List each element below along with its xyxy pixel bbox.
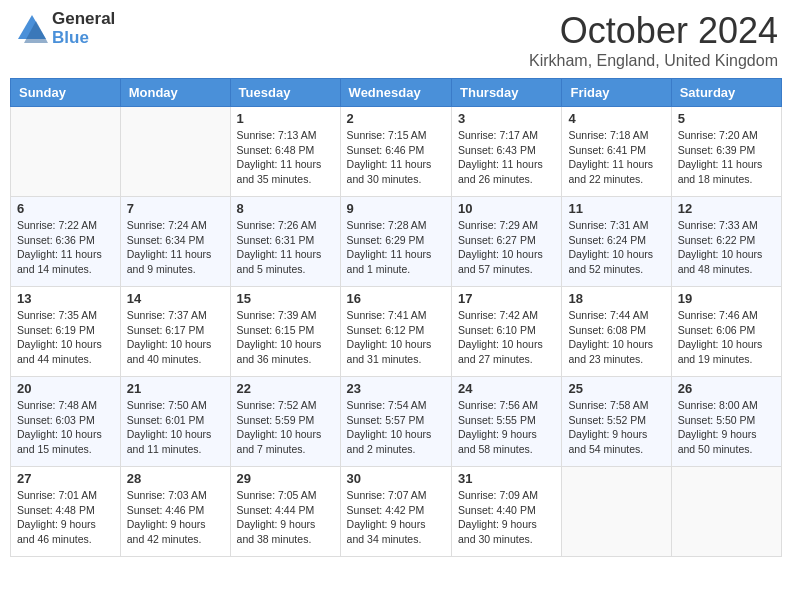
calendar-cell: 7Sunrise: 7:24 AMSunset: 6:34 PMDaylight…: [120, 197, 230, 287]
day-info: Sunrise: 7:33 AMSunset: 6:22 PMDaylight:…: [678, 218, 775, 277]
calendar-cell: 4Sunrise: 7:18 AMSunset: 6:41 PMDaylight…: [562, 107, 671, 197]
calendar-cell: 20Sunrise: 7:48 AMSunset: 6:03 PMDayligh…: [11, 377, 121, 467]
location: Kirkham, England, United Kingdom: [529, 52, 778, 70]
calendar-cell: 28Sunrise: 7:03 AMSunset: 4:46 PMDayligh…: [120, 467, 230, 557]
day-number: 26: [678, 381, 775, 396]
day-info: Sunrise: 7:54 AMSunset: 5:57 PMDaylight:…: [347, 398, 445, 457]
calendar-cell: [671, 467, 781, 557]
day-info: Sunrise: 7:46 AMSunset: 6:06 PMDaylight:…: [678, 308, 775, 367]
day-info: Sunrise: 7:09 AMSunset: 4:40 PMDaylight:…: [458, 488, 555, 547]
day-info: Sunrise: 7:37 AMSunset: 6:17 PMDaylight:…: [127, 308, 224, 367]
day-info: Sunrise: 7:44 AMSunset: 6:08 PMDaylight:…: [568, 308, 664, 367]
day-number: 30: [347, 471, 445, 486]
calendar-cell: 17Sunrise: 7:42 AMSunset: 6:10 PMDayligh…: [452, 287, 562, 377]
calendar-cell: 18Sunrise: 7:44 AMSunset: 6:08 PMDayligh…: [562, 287, 671, 377]
calendar-cell: 24Sunrise: 7:56 AMSunset: 5:55 PMDayligh…: [452, 377, 562, 467]
header-tuesday: Tuesday: [230, 79, 340, 107]
calendar-cell: 11Sunrise: 7:31 AMSunset: 6:24 PMDayligh…: [562, 197, 671, 287]
day-number: 4: [568, 111, 664, 126]
calendar-cell: 5Sunrise: 7:20 AMSunset: 6:39 PMDaylight…: [671, 107, 781, 197]
day-info: Sunrise: 8:00 AMSunset: 5:50 PMDaylight:…: [678, 398, 775, 457]
day-number: 23: [347, 381, 445, 396]
day-info: Sunrise: 7:50 AMSunset: 6:01 PMDaylight:…: [127, 398, 224, 457]
calendar-cell: 2Sunrise: 7:15 AMSunset: 6:46 PMDaylight…: [340, 107, 451, 197]
calendar-cell: 12Sunrise: 7:33 AMSunset: 6:22 PMDayligh…: [671, 197, 781, 287]
calendar-header-row: SundayMondayTuesdayWednesdayThursdayFrid…: [11, 79, 782, 107]
day-info: Sunrise: 7:17 AMSunset: 6:43 PMDaylight:…: [458, 128, 555, 187]
calendar-week-row: 1Sunrise: 7:13 AMSunset: 6:48 PMDaylight…: [11, 107, 782, 197]
day-number: 12: [678, 201, 775, 216]
day-number: 14: [127, 291, 224, 306]
logo: General Blue: [14, 10, 115, 47]
day-info: Sunrise: 7:26 AMSunset: 6:31 PMDaylight:…: [237, 218, 334, 277]
calendar-cell: 23Sunrise: 7:54 AMSunset: 5:57 PMDayligh…: [340, 377, 451, 467]
logo-icon: [14, 11, 50, 47]
calendar-cell: 10Sunrise: 7:29 AMSunset: 6:27 PMDayligh…: [452, 197, 562, 287]
calendar-week-row: 20Sunrise: 7:48 AMSunset: 6:03 PMDayligh…: [11, 377, 782, 467]
day-number: 10: [458, 201, 555, 216]
day-number: 5: [678, 111, 775, 126]
day-info: Sunrise: 7:52 AMSunset: 5:59 PMDaylight:…: [237, 398, 334, 457]
header-friday: Friday: [562, 79, 671, 107]
logo-general: General: [52, 10, 115, 29]
day-number: 27: [17, 471, 114, 486]
page-header: General Blue October 2024 Kirkham, Engla…: [10, 10, 782, 70]
day-info: Sunrise: 7:22 AMSunset: 6:36 PMDaylight:…: [17, 218, 114, 277]
day-number: 17: [458, 291, 555, 306]
day-number: 22: [237, 381, 334, 396]
day-number: 29: [237, 471, 334, 486]
calendar-cell: [562, 467, 671, 557]
header-thursday: Thursday: [452, 79, 562, 107]
day-number: 9: [347, 201, 445, 216]
calendar-table: SundayMondayTuesdayWednesdayThursdayFrid…: [10, 78, 782, 557]
day-number: 7: [127, 201, 224, 216]
calendar-cell: 15Sunrise: 7:39 AMSunset: 6:15 PMDayligh…: [230, 287, 340, 377]
day-info: Sunrise: 7:15 AMSunset: 6:46 PMDaylight:…: [347, 128, 445, 187]
calendar-cell: 22Sunrise: 7:52 AMSunset: 5:59 PMDayligh…: [230, 377, 340, 467]
calendar-cell: 26Sunrise: 8:00 AMSunset: 5:50 PMDayligh…: [671, 377, 781, 467]
day-info: Sunrise: 7:48 AMSunset: 6:03 PMDaylight:…: [17, 398, 114, 457]
header-monday: Monday: [120, 79, 230, 107]
day-info: Sunrise: 7:05 AMSunset: 4:44 PMDaylight:…: [237, 488, 334, 547]
day-info: Sunrise: 7:03 AMSunset: 4:46 PMDaylight:…: [127, 488, 224, 547]
day-number: 18: [568, 291, 664, 306]
day-info: Sunrise: 7:41 AMSunset: 6:12 PMDaylight:…: [347, 308, 445, 367]
header-wednesday: Wednesday: [340, 79, 451, 107]
day-number: 21: [127, 381, 224, 396]
calendar-cell: 14Sunrise: 7:37 AMSunset: 6:17 PMDayligh…: [120, 287, 230, 377]
calendar-cell: 6Sunrise: 7:22 AMSunset: 6:36 PMDaylight…: [11, 197, 121, 287]
day-info: Sunrise: 7:13 AMSunset: 6:48 PMDaylight:…: [237, 128, 334, 187]
day-info: Sunrise: 7:01 AMSunset: 4:48 PMDaylight:…: [17, 488, 114, 547]
calendar-week-row: 27Sunrise: 7:01 AMSunset: 4:48 PMDayligh…: [11, 467, 782, 557]
day-number: 11: [568, 201, 664, 216]
calendar-cell: 1Sunrise: 7:13 AMSunset: 6:48 PMDaylight…: [230, 107, 340, 197]
calendar-cell: [11, 107, 121, 197]
day-number: 31: [458, 471, 555, 486]
day-info: Sunrise: 7:39 AMSunset: 6:15 PMDaylight:…: [237, 308, 334, 367]
day-number: 24: [458, 381, 555, 396]
calendar-cell: 30Sunrise: 7:07 AMSunset: 4:42 PMDayligh…: [340, 467, 451, 557]
day-info: Sunrise: 7:42 AMSunset: 6:10 PMDaylight:…: [458, 308, 555, 367]
calendar-cell: 25Sunrise: 7:58 AMSunset: 5:52 PMDayligh…: [562, 377, 671, 467]
calendar-cell: 16Sunrise: 7:41 AMSunset: 6:12 PMDayligh…: [340, 287, 451, 377]
calendar-cell: 29Sunrise: 7:05 AMSunset: 4:44 PMDayligh…: [230, 467, 340, 557]
day-info: Sunrise: 7:20 AMSunset: 6:39 PMDaylight:…: [678, 128, 775, 187]
day-number: 13: [17, 291, 114, 306]
title-section: October 2024 Kirkham, England, United Ki…: [529, 10, 778, 70]
day-info: Sunrise: 7:31 AMSunset: 6:24 PMDaylight:…: [568, 218, 664, 277]
calendar-cell: [120, 107, 230, 197]
day-number: 19: [678, 291, 775, 306]
day-info: Sunrise: 7:58 AMSunset: 5:52 PMDaylight:…: [568, 398, 664, 457]
day-number: 20: [17, 381, 114, 396]
calendar-cell: 21Sunrise: 7:50 AMSunset: 6:01 PMDayligh…: [120, 377, 230, 467]
calendar-cell: 31Sunrise: 7:09 AMSunset: 4:40 PMDayligh…: [452, 467, 562, 557]
header-saturday: Saturday: [671, 79, 781, 107]
calendar-cell: 13Sunrise: 7:35 AMSunset: 6:19 PMDayligh…: [11, 287, 121, 377]
calendar-cell: 27Sunrise: 7:01 AMSunset: 4:48 PMDayligh…: [11, 467, 121, 557]
calendar-week-row: 13Sunrise: 7:35 AMSunset: 6:19 PMDayligh…: [11, 287, 782, 377]
day-number: 15: [237, 291, 334, 306]
header-sunday: Sunday: [11, 79, 121, 107]
day-number: 2: [347, 111, 445, 126]
day-number: 6: [17, 201, 114, 216]
day-info: Sunrise: 7:07 AMSunset: 4:42 PMDaylight:…: [347, 488, 445, 547]
